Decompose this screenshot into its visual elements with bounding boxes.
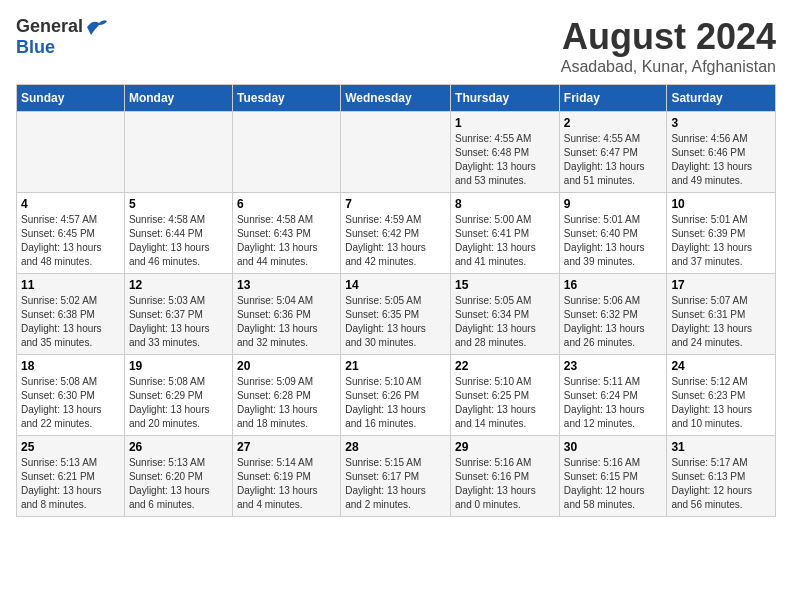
- day-info: Sunrise: 5:14 AM Sunset: 6:19 PM Dayligh…: [237, 456, 336, 512]
- calendar-cell: 11Sunrise: 5:02 AM Sunset: 6:38 PM Dayli…: [17, 274, 125, 355]
- day-info: Sunrise: 5:05 AM Sunset: 6:35 PM Dayligh…: [345, 294, 446, 350]
- day-number: 29: [455, 440, 555, 454]
- logo-blue-text: Blue: [16, 37, 55, 58]
- calendar-cell: [17, 112, 125, 193]
- day-number: 17: [671, 278, 771, 292]
- day-number: 30: [564, 440, 663, 454]
- day-info: Sunrise: 5:03 AM Sunset: 6:37 PM Dayligh…: [129, 294, 228, 350]
- day-number: 14: [345, 278, 446, 292]
- calendar-cell: 5Sunrise: 4:58 AM Sunset: 6:44 PM Daylig…: [124, 193, 232, 274]
- week-row-2: 4Sunrise: 4:57 AM Sunset: 6:45 PM Daylig…: [17, 193, 776, 274]
- calendar-cell: [124, 112, 232, 193]
- day-info: Sunrise: 5:11 AM Sunset: 6:24 PM Dayligh…: [564, 375, 663, 431]
- calendar-cell: 3Sunrise: 4:56 AM Sunset: 6:46 PM Daylig…: [667, 112, 776, 193]
- day-number: 18: [21, 359, 120, 373]
- header-cell-wednesday: Wednesday: [341, 85, 451, 112]
- calendar-cell: [232, 112, 340, 193]
- day-info: Sunrise: 5:02 AM Sunset: 6:38 PM Dayligh…: [21, 294, 120, 350]
- calendar-cell: 17Sunrise: 5:07 AM Sunset: 6:31 PM Dayli…: [667, 274, 776, 355]
- calendar-cell: 8Sunrise: 5:00 AM Sunset: 6:41 PM Daylig…: [451, 193, 560, 274]
- header-cell-sunday: Sunday: [17, 85, 125, 112]
- header-cell-monday: Monday: [124, 85, 232, 112]
- calendar-cell: [341, 112, 451, 193]
- day-info: Sunrise: 5:01 AM Sunset: 6:39 PM Dayligh…: [671, 213, 771, 269]
- day-number: 19: [129, 359, 228, 373]
- header-cell-thursday: Thursday: [451, 85, 560, 112]
- day-number: 10: [671, 197, 771, 211]
- calendar-cell: 28Sunrise: 5:15 AM Sunset: 6:17 PM Dayli…: [341, 436, 451, 517]
- day-info: Sunrise: 5:13 AM Sunset: 6:21 PM Dayligh…: [21, 456, 120, 512]
- day-number: 22: [455, 359, 555, 373]
- calendar-table: SundayMondayTuesdayWednesdayThursdayFrid…: [16, 84, 776, 517]
- calendar-cell: 14Sunrise: 5:05 AM Sunset: 6:35 PM Dayli…: [341, 274, 451, 355]
- day-number: 1: [455, 116, 555, 130]
- day-number: 24: [671, 359, 771, 373]
- day-info: Sunrise: 5:10 AM Sunset: 6:25 PM Dayligh…: [455, 375, 555, 431]
- day-number: 27: [237, 440, 336, 454]
- day-info: Sunrise: 5:05 AM Sunset: 6:34 PM Dayligh…: [455, 294, 555, 350]
- calendar-cell: 2Sunrise: 4:55 AM Sunset: 6:47 PM Daylig…: [559, 112, 667, 193]
- day-info: Sunrise: 4:55 AM Sunset: 6:48 PM Dayligh…: [455, 132, 555, 188]
- calendar-cell: 15Sunrise: 5:05 AM Sunset: 6:34 PM Dayli…: [451, 274, 560, 355]
- day-info: Sunrise: 5:07 AM Sunset: 6:31 PM Dayligh…: [671, 294, 771, 350]
- calendar-cell: 9Sunrise: 5:01 AM Sunset: 6:40 PM Daylig…: [559, 193, 667, 274]
- day-info: Sunrise: 4:56 AM Sunset: 6:46 PM Dayligh…: [671, 132, 771, 188]
- day-number: 4: [21, 197, 120, 211]
- calendar-cell: 19Sunrise: 5:08 AM Sunset: 6:29 PM Dayli…: [124, 355, 232, 436]
- header-row: SundayMondayTuesdayWednesdayThursdayFrid…: [17, 85, 776, 112]
- page-header: General Blue August 2024 Asadabad, Kunar…: [16, 16, 776, 76]
- subtitle: Asadabad, Kunar, Afghanistan: [561, 58, 776, 76]
- day-info: Sunrise: 5:09 AM Sunset: 6:28 PM Dayligh…: [237, 375, 336, 431]
- calendar-cell: 6Sunrise: 4:58 AM Sunset: 6:43 PM Daylig…: [232, 193, 340, 274]
- day-info: Sunrise: 5:16 AM Sunset: 6:16 PM Dayligh…: [455, 456, 555, 512]
- day-info: Sunrise: 5:15 AM Sunset: 6:17 PM Dayligh…: [345, 456, 446, 512]
- title-block: August 2024 Asadabad, Kunar, Afghanistan: [561, 16, 776, 76]
- day-number: 21: [345, 359, 446, 373]
- day-info: Sunrise: 5:06 AM Sunset: 6:32 PM Dayligh…: [564, 294, 663, 350]
- day-info: Sunrise: 5:16 AM Sunset: 6:15 PM Dayligh…: [564, 456, 663, 512]
- week-row-1: 1Sunrise: 4:55 AM Sunset: 6:48 PM Daylig…: [17, 112, 776, 193]
- day-number: 6: [237, 197, 336, 211]
- calendar-cell: 30Sunrise: 5:16 AM Sunset: 6:15 PM Dayli…: [559, 436, 667, 517]
- day-info: Sunrise: 5:08 AM Sunset: 6:30 PM Dayligh…: [21, 375, 120, 431]
- day-number: 2: [564, 116, 663, 130]
- day-number: 15: [455, 278, 555, 292]
- day-info: Sunrise: 4:57 AM Sunset: 6:45 PM Dayligh…: [21, 213, 120, 269]
- calendar-cell: 23Sunrise: 5:11 AM Sunset: 6:24 PM Dayli…: [559, 355, 667, 436]
- main-title: August 2024: [561, 16, 776, 58]
- calendar-cell: 7Sunrise: 4:59 AM Sunset: 6:42 PM Daylig…: [341, 193, 451, 274]
- calendar-cell: 18Sunrise: 5:08 AM Sunset: 6:30 PM Dayli…: [17, 355, 125, 436]
- calendar-cell: 10Sunrise: 5:01 AM Sunset: 6:39 PM Dayli…: [667, 193, 776, 274]
- calendar-cell: 26Sunrise: 5:13 AM Sunset: 6:20 PM Dayli…: [124, 436, 232, 517]
- calendar-cell: 13Sunrise: 5:04 AM Sunset: 6:36 PM Dayli…: [232, 274, 340, 355]
- day-info: Sunrise: 5:08 AM Sunset: 6:29 PM Dayligh…: [129, 375, 228, 431]
- day-info: Sunrise: 4:59 AM Sunset: 6:42 PM Dayligh…: [345, 213, 446, 269]
- day-number: 3: [671, 116, 771, 130]
- day-info: Sunrise: 4:55 AM Sunset: 6:47 PM Dayligh…: [564, 132, 663, 188]
- calendar-cell: 12Sunrise: 5:03 AM Sunset: 6:37 PM Dayli…: [124, 274, 232, 355]
- day-info: Sunrise: 5:01 AM Sunset: 6:40 PM Dayligh…: [564, 213, 663, 269]
- day-number: 26: [129, 440, 228, 454]
- logo: General Blue: [16, 16, 109, 58]
- calendar-cell: 29Sunrise: 5:16 AM Sunset: 6:16 PM Dayli…: [451, 436, 560, 517]
- calendar-cell: 16Sunrise: 5:06 AM Sunset: 6:32 PM Dayli…: [559, 274, 667, 355]
- calendar-cell: 1Sunrise: 4:55 AM Sunset: 6:48 PM Daylig…: [451, 112, 560, 193]
- day-info: Sunrise: 5:17 AM Sunset: 6:13 PM Dayligh…: [671, 456, 771, 512]
- calendar-cell: 27Sunrise: 5:14 AM Sunset: 6:19 PM Dayli…: [232, 436, 340, 517]
- day-number: 20: [237, 359, 336, 373]
- day-number: 11: [21, 278, 120, 292]
- week-row-5: 25Sunrise: 5:13 AM Sunset: 6:21 PM Dayli…: [17, 436, 776, 517]
- day-number: 16: [564, 278, 663, 292]
- day-number: 12: [129, 278, 228, 292]
- day-number: 5: [129, 197, 228, 211]
- calendar-cell: 24Sunrise: 5:12 AM Sunset: 6:23 PM Dayli…: [667, 355, 776, 436]
- header-cell-friday: Friday: [559, 85, 667, 112]
- calendar-body: 1Sunrise: 4:55 AM Sunset: 6:48 PM Daylig…: [17, 112, 776, 517]
- day-number: 28: [345, 440, 446, 454]
- day-info: Sunrise: 4:58 AM Sunset: 6:44 PM Dayligh…: [129, 213, 228, 269]
- week-row-3: 11Sunrise: 5:02 AM Sunset: 6:38 PM Dayli…: [17, 274, 776, 355]
- calendar-cell: 21Sunrise: 5:10 AM Sunset: 6:26 PM Dayli…: [341, 355, 451, 436]
- day-number: 7: [345, 197, 446, 211]
- week-row-4: 18Sunrise: 5:08 AM Sunset: 6:30 PM Dayli…: [17, 355, 776, 436]
- day-info: Sunrise: 5:12 AM Sunset: 6:23 PM Dayligh…: [671, 375, 771, 431]
